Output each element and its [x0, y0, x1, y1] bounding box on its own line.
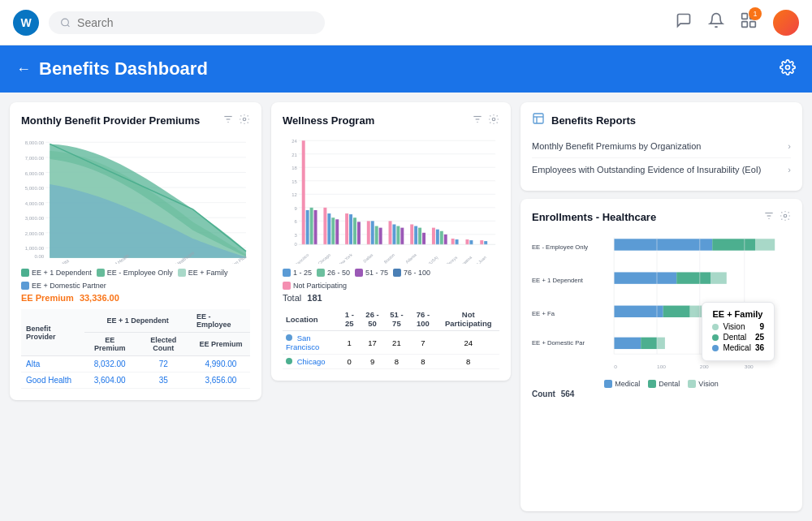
svg-text:Boston: Boston: [383, 252, 396, 264]
svg-rect-61: [345, 213, 348, 244]
svg-point-0: [62, 19, 69, 26]
reports-header: Benefits Reports: [532, 112, 791, 128]
legend-item-employee-only: EE - Employee Only: [97, 269, 173, 277]
premiums-title: Monthly Benefit Provider Premiums: [21, 114, 200, 127]
col-ee-premium-2: EE Premium: [192, 333, 250, 356]
svg-rect-116: [663, 306, 690, 317]
enrollments-legend: Medical Dental Vision: [532, 380, 791, 388]
svg-rect-57: [323, 208, 326, 244]
table-row: San Francisco 1 17 21 7 24: [283, 331, 499, 355]
svg-text:EE + Domestic Par: EE + Domestic Par: [532, 339, 585, 347]
wellness-legend: 1 - 25 26 - 50 51 - 75 76 - 100 Not Part…: [283, 269, 499, 290]
col-provider: Benefit Provider: [21, 309, 84, 356]
user-avatar[interactable]: [773, 10, 799, 36]
monthly-premiums-card: Monthly Benefit Provider Premiums: [10, 102, 261, 400]
tooltip-row-vision: Vision 9: [712, 322, 764, 331]
svg-text:Chicago: Chicago: [317, 252, 331, 264]
svg-rect-78: [436, 230, 439, 245]
search-bar[interactable]: [49, 11, 325, 34]
wellness-card-icons: [472, 114, 499, 127]
filter-icon[interactable]: [222, 114, 234, 127]
provider-goodhealth[interactable]: Good Health: [21, 372, 84, 389]
svg-point-104: [784, 214, 787, 217]
svg-rect-119: [641, 338, 657, 349]
svg-text:EE + Fa: EE + Fa: [532, 310, 555, 317]
table-row: Chicago 0 9 8 8 8: [283, 355, 499, 369]
settings-card-icon[interactable]: [239, 114, 250, 127]
svg-text:EE - Employee Only: EE - Employee Only: [532, 243, 588, 251]
wellness-settings-icon[interactable]: [488, 114, 499, 127]
svg-rect-71: [396, 226, 400, 245]
svg-rect-118: [614, 338, 641, 349]
enroll-settings-icon[interactable]: [780, 210, 791, 224]
wellness-table: Location 1 - 25 26 - 50 51 - 75 76 - 100…: [283, 308, 499, 369]
svg-text:100: 100: [657, 364, 666, 369]
card-header-premiums: Monthly Benefit Provider Premiums: [21, 114, 250, 127]
premiums-card-icons: [222, 114, 250, 127]
report-item-1[interactable]: Monthly Benefit Premiums by Organization…: [532, 135, 791, 158]
legend-dot-family: [178, 269, 186, 277]
svg-rect-120: [657, 338, 665, 349]
svg-rect-66: [371, 221, 374, 244]
ee-premium-summary: EE Premium 33,336.00: [21, 293, 250, 303]
svg-text:4,000.00: 4,000.00: [25, 200, 45, 206]
svg-rect-70: [392, 224, 395, 244]
col-elected-count: Elected Count: [136, 333, 192, 356]
tooltip-title: EE + Family: [712, 309, 764, 319]
svg-text:Atlanta: Atlanta: [404, 252, 417, 264]
svg-text:New York: New York: [337, 252, 353, 264]
svg-rect-77: [432, 228, 435, 245]
workday-logo[interactable]: W: [13, 10, 39, 36]
tooltip-row-dental: Dental 25: [712, 333, 764, 342]
legend-dot-employee-only: [97, 269, 105, 277]
svg-rect-110: [712, 239, 755, 250]
svg-point-34: [492, 118, 495, 121]
bell-icon[interactable]: [708, 12, 724, 32]
back-button[interactable]: ←: [16, 61, 31, 78]
svg-rect-111: [755, 239, 775, 250]
wellness-card: Wellness Program: [271, 102, 511, 381]
legend-dot-domestic: [21, 282, 29, 290]
svg-rect-82: [456, 239, 459, 244]
table-row: Good Health 3,604.00 35 3,656.00: [21, 372, 250, 389]
svg-rect-54: [306, 210, 309, 244]
svg-rect-115: [614, 306, 663, 317]
premiums-table: Benefit Provider EE + 1 Dependent EE - E…: [21, 309, 250, 389]
chat-icon[interactable]: [676, 12, 692, 32]
chevron-right-icon: ›: [788, 141, 791, 151]
legend-item-dependent: EE + 1 Dependent: [21, 269, 92, 277]
svg-text:6: 6: [294, 219, 297, 224]
search-input[interactable]: [77, 16, 313, 29]
apps-badge: 1: [749, 7, 762, 20]
enrollments-card-icons: [763, 210, 791, 224]
svg-rect-86: [484, 241, 487, 244]
svg-rect-4: [750, 22, 756, 28]
svg-text:Hagatna: Hagatna: [458, 255, 473, 264]
settings-icon[interactable]: [780, 59, 796, 80]
svg-point-5: [786, 65, 790, 69]
svg-rect-85: [480, 240, 483, 244]
svg-rect-113: [676, 272, 710, 283]
svg-rect-53: [302, 140, 305, 244]
svg-rect-56: [314, 210, 317, 244]
svg-rect-3: [742, 22, 748, 28]
premiums-legend: EE + 1 Dependent EE - Employee Only EE +…: [21, 269, 250, 290]
col-group-dependent: EE + 1 Dependent: [84, 309, 192, 333]
svg-text:15: 15: [292, 179, 297, 184]
legend-item-family: EE + Family: [178, 269, 228, 277]
apps-icon[interactable]: 1: [741, 12, 757, 32]
svg-rect-63: [353, 217, 356, 244]
reports-icon: [532, 112, 545, 128]
svg-text:18: 18: [292, 166, 297, 170]
enrollments-card: Enrollments - Healthcare: [520, 199, 802, 511]
enroll-filter-icon[interactable]: [763, 210, 775, 224]
legend-item-domestic: EE + Domestic Partner: [21, 282, 106, 290]
enrollments-chart: EE - Employee Only EE + 1 Dependent EE +…: [532, 230, 791, 377]
wellness-filter-icon[interactable]: [472, 114, 483, 127]
middle-column: Wellness Program: [271, 102, 511, 511]
svg-text:9: 9: [294, 206, 297, 211]
report-item-2[interactable]: Employees with Outstanding Evidence of I…: [532, 158, 791, 181]
main-content: Monthly Benefit Provider Premiums: [0, 93, 812, 521]
provider-alta[interactable]: Alta: [21, 356, 84, 372]
enrollment-tooltip: EE + Family Vision 9 Dental 25 Medical: [702, 302, 775, 361]
